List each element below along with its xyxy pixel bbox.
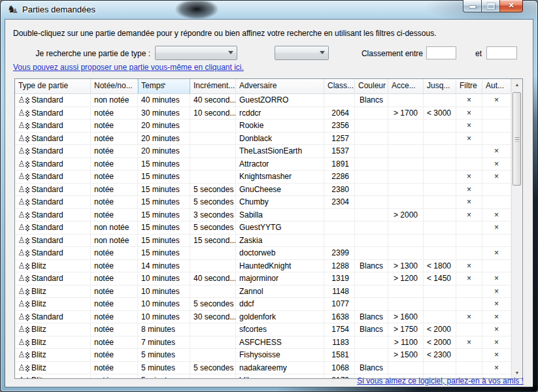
table-row[interactable]: ♙Standardnon notée15 minutes15 second...… (15, 235, 511, 248)
titlebar: ♞♟ Parties demandées ✕ (0, 0, 538, 20)
column-header-aut[interactable]: Aut... (482, 79, 511, 94)
cell (324, 235, 355, 248)
cell (482, 235, 511, 248)
cell: 5 minutes (138, 349, 190, 362)
cell: 5 minutes (138, 374, 190, 378)
table-row[interactable]: ♙Blitznotée10 minutesZannol1148× (15, 286, 511, 299)
table-row[interactable]: ♙Standardnotée30 minutes10 second...rcdd… (15, 107, 511, 120)
game-type-cell: ♙Standard (15, 209, 91, 222)
cell (424, 209, 456, 222)
column-header-notéeno[interactable]: Notée/no... (91, 79, 138, 94)
table-row[interactable]: ♙Standardnotée10 minutes40 second...majo… (15, 272, 511, 286)
cell (355, 133, 388, 146)
game-type-select-secondary[interactable] (275, 46, 329, 60)
cell: Sabilla (236, 209, 324, 222)
column-header-incrément[interactable]: Incrément... (190, 79, 236, 94)
table-row[interactable]: ♙Blitznotée14 minutesHauntedKnight1288Bl… (15, 260, 511, 273)
cell (388, 221, 424, 235)
cell: 10 second... (190, 107, 236, 120)
cell (355, 120, 388, 133)
scrollbar-thumb[interactable] (513, 92, 521, 186)
game-type-cell: ♙Standard (15, 94, 91, 107)
table-row[interactable]: ♙Blitznotée5 minutes5 secondesnadakareem… (15, 362, 511, 375)
cell: non notée (91, 235, 138, 248)
table-row[interactable]: ♙Standardnotée20 minutesDonblack1257× (15, 133, 511, 146)
cell: notée (91, 247, 138, 260)
cell (190, 286, 236, 299)
table-row[interactable]: ♙Standardnotée15 minutesAttractor1891× (15, 158, 511, 171)
cell: Zannol (236, 286, 324, 299)
table-row[interactable]: ♙Blitznotée5 minutesFishysoisse1581> 150… (15, 349, 511, 362)
cell: majorminor (236, 272, 324, 286)
table-row[interactable]: ♙Standardnotée15 minutesKnightsmasher228… (15, 171, 511, 184)
game-type-text: Blitz (31, 298, 46, 310)
cell (388, 133, 424, 146)
pawn-checkerboard-icon: ♙ (18, 95, 29, 105)
column-header-jusq[interactable]: Jusq... (424, 79, 456, 94)
table-row[interactable]: ♙Blitznotée7 minutesASFCHESS1183> 1100< … (15, 336, 511, 350)
vertical-scrollbar[interactable]: ▲ ▼ (511, 79, 522, 378)
cell (355, 196, 388, 209)
column-header-couleur[interactable]: Couleur (355, 79, 388, 94)
game-type-text: Blitz (31, 362, 46, 374)
cell (355, 286, 388, 299)
cell (482, 133, 511, 146)
table-row[interactable]: ♙Standardnotée15 minutesdoctorweb2399× (15, 247, 511, 260)
rating-max-input[interactable] (486, 46, 517, 59)
share-software-link[interactable]: Si vous aimez ce logiciel, parlez-en à v… (357, 376, 524, 385)
table-row[interactable]: ♙Standardnotée15 minutes5 secondesGnuChe… (15, 184, 511, 197)
table-row[interactable]: ♙Blitznotée10 minutes5 secondesddcf1077× (15, 298, 511, 311)
scroll-up-button[interactable]: ▲ (512, 79, 522, 90)
column-header-filtre[interactable]: Filtre (456, 79, 482, 94)
table-header: Type de partieNotée/no...Temps▲Incrément… (15, 79, 511, 94)
maximize-button[interactable] (482, 0, 500, 12)
cell (355, 221, 388, 235)
cell: 5 minutes (138, 362, 190, 375)
propose-game-link[interactable]: Vous pouvez aussi proposer une partie vo… (13, 63, 244, 72)
game-type-text: Standard (31, 311, 63, 323)
cell: notée (91, 286, 138, 299)
cell: notée (91, 120, 138, 133)
pawn-checkerboard-icon: ♙ (18, 338, 29, 347)
table-row[interactable]: ♙Standardnon notée40 minutes40 second...… (15, 94, 511, 107)
cell (388, 171, 424, 184)
cell: HauntedKnight (236, 260, 324, 273)
column-header-adversaire[interactable]: Adversaire (236, 79, 324, 94)
pawn-checkerboard-icon: ♙ (18, 159, 29, 169)
pawn-checkerboard-icon: ♙ (18, 223, 29, 232)
table-row[interactable]: ♙Standardnotée15 minutes3 secondesSabill… (15, 209, 511, 222)
cell: 20 minutes (138, 133, 190, 146)
minimize-button[interactable] (463, 0, 482, 12)
table-row[interactable]: ♙Standardnotée10 minutes30 second...gold… (15, 311, 511, 324)
column-header-class[interactable]: Class... (324, 79, 355, 94)
column-header-temps[interactable]: Temps▲ (138, 79, 190, 94)
column-header-acce[interactable]: Acce... (388, 79, 424, 94)
cell: 1754 (324, 323, 355, 336)
pawn-checkerboard-icon: ♙ (18, 299, 29, 308)
cell: Blancs (355, 311, 388, 324)
cell (424, 158, 456, 171)
cell: Blancs (355, 362, 388, 375)
table-row[interactable]: ♙Blitznotée8 minutessfcortes1754Blancs> … (15, 323, 511, 336)
cell: 3 secondes (190, 209, 236, 222)
column-header-typedepartie[interactable]: Type de partie (15, 79, 91, 94)
game-type-cell: ♙Standard (15, 221, 91, 235)
cell (190, 158, 236, 171)
cell: × (482, 171, 511, 184)
table-row[interactable]: ♙Standardnotée20 minutesRookie2356× (15, 120, 511, 133)
cell: × (456, 184, 482, 197)
cell: × (482, 247, 511, 260)
cell (355, 171, 388, 184)
table-row[interactable]: ♙Standardnotée15 minutes5 secondesChumby… (15, 196, 511, 209)
instructions-text: Double-cliquez sur une partie demandée p… (13, 29, 436, 38)
table-row[interactable]: ♙Standardnotée20 minutesTheLastSionEarth… (15, 145, 511, 158)
cell: 1288 (324, 260, 355, 273)
cell: > 1700 (388, 107, 424, 120)
rating-min-input[interactable] (426, 46, 456, 59)
game-type-cell: ♙Blitz (15, 374, 91, 378)
cell: notée (91, 145, 138, 158)
table-row[interactable]: ♙Standardnon notée15 minutes5 secondesGu… (15, 221, 511, 235)
game-type-select[interactable] (155, 46, 237, 60)
close-button[interactable]: ✕ (500, 0, 523, 12)
cell: × (482, 362, 511, 375)
